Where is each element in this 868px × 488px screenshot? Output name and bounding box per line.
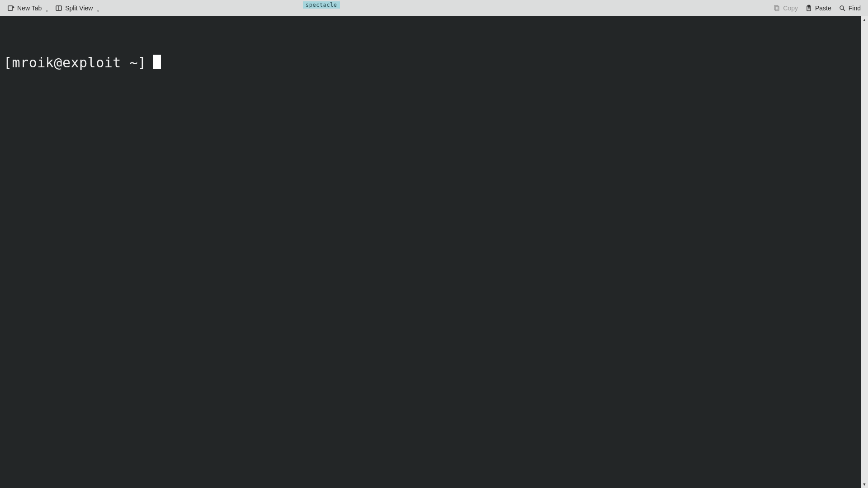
cursor-block bbox=[153, 55, 161, 69]
chevron-down-icon[interactable]: ▾ bbox=[46, 9, 48, 13]
toolbar: spectacle New Tab ▾ Split View ▾ bbox=[0, 0, 868, 16]
scrollbar-up-arrow[interactable]: ▲ bbox=[862, 17, 867, 23]
shell-prompt: [mroik@exploit ~] bbox=[4, 54, 146, 71]
terminal-area[interactable]: [mroik@exploit ~] bbox=[0, 16, 861, 488]
find-label: Find bbox=[849, 5, 861, 12]
copy-button: Copy bbox=[769, 3, 802, 14]
svg-rect-0 bbox=[8, 6, 13, 10]
paste-label: Paste bbox=[815, 5, 831, 12]
chevron-down-icon[interactable]: ▾ bbox=[97, 9, 99, 13]
toolbar-left-group: New Tab ▾ Split View ▾ bbox=[4, 3, 103, 14]
split-view-button[interactable]: Split View ▾ bbox=[52, 3, 103, 14]
split-view-icon bbox=[55, 5, 62, 12]
terminal-content[interactable]: [mroik@exploit ~] bbox=[0, 16, 861, 488]
search-icon bbox=[839, 5, 846, 12]
title-pill: spectacle bbox=[303, 1, 340, 9]
scrollbar[interactable]: ▲ ▼ bbox=[861, 16, 868, 488]
new-tab-icon bbox=[7, 5, 14, 12]
scrollbar-down-arrow[interactable]: ▼ bbox=[862, 482, 867, 487]
prompt-line: [mroik@exploit ~] bbox=[4, 53, 857, 71]
find-button[interactable]: Find bbox=[835, 3, 864, 14]
copy-label: Copy bbox=[783, 5, 798, 12]
svg-point-9 bbox=[840, 6, 844, 9]
svg-line-10 bbox=[843, 9, 845, 11]
paste-icon bbox=[805, 5, 812, 12]
copy-icon bbox=[773, 5, 780, 12]
scrollbar-track[interactable] bbox=[861, 23, 868, 482]
toolbar-right-group: Copy Paste Find bbox=[769, 3, 864, 14]
new-tab-button[interactable]: New Tab ▾ bbox=[4, 3, 52, 14]
paste-button[interactable]: Paste bbox=[802, 3, 835, 14]
new-tab-label: New Tab bbox=[17, 5, 42, 12]
split-view-label: Split View bbox=[65, 5, 93, 12]
